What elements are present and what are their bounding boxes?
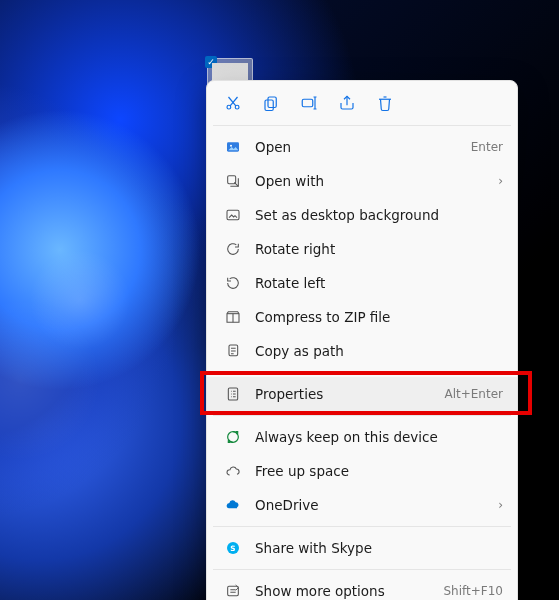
rotate-right-icon [221, 241, 245, 257]
menu-item-accel: Shift+F10 [443, 584, 503, 598]
chevron-right-icon: › [498, 498, 503, 512]
svg-rect-8 [227, 210, 239, 219]
separator [213, 415, 511, 416]
copy-icon[interactable] [261, 93, 281, 113]
menu-item-label: Open with [255, 173, 492, 189]
copy-path-icon [221, 343, 245, 359]
menu-item-label: Always keep on this device [255, 429, 503, 445]
menu-item-always-keep[interactable]: Always keep on this device [207, 420, 517, 454]
rotate-left-icon [221, 275, 245, 291]
menu-item-accel: Alt+Enter [444, 387, 503, 401]
menu-item-open[interactable]: Open Enter [207, 130, 517, 164]
menu-item-onedrive[interactable]: OneDrive › [207, 488, 517, 522]
properties-icon [221, 386, 245, 402]
skype-icon: S [221, 540, 245, 556]
menu-item-show-more[interactable]: Show more options Shift+F10 [207, 574, 517, 600]
svg-text:S: S [230, 544, 235, 553]
share-icon[interactable] [337, 93, 357, 113]
separator [213, 125, 511, 126]
image-icon [221, 139, 245, 155]
menu-item-accel: Enter [471, 140, 503, 154]
menu-item-label: Compress to ZIP file [255, 309, 503, 325]
menu-item-copy-path[interactable]: Copy as path [207, 334, 517, 368]
desktop[interactable]: ✓ [0, 0, 559, 600]
rename-icon[interactable] [299, 93, 319, 113]
onedrive-icon [221, 497, 245, 513]
quick-actions-row [207, 87, 517, 121]
separator [213, 372, 511, 373]
sync-icon [221, 429, 245, 445]
menu-item-label: Set as desktop background [255, 207, 503, 223]
chevron-right-icon: › [498, 174, 503, 188]
cut-icon[interactable] [223, 93, 243, 113]
svg-rect-2 [268, 97, 276, 108]
delete-icon[interactable] [375, 93, 395, 113]
menu-item-label: OneDrive [255, 497, 492, 513]
menu-item-label: Show more options [255, 583, 443, 599]
svg-rect-4 [302, 99, 313, 107]
menu-item-label: Share with Skype [255, 540, 503, 556]
menu-item-share-skype[interactable]: S Share with Skype [207, 531, 517, 565]
menu-item-label: Rotate right [255, 241, 503, 257]
svg-rect-14 [228, 586, 239, 595]
menu-item-rotate-left[interactable]: Rotate left [207, 266, 517, 300]
zip-icon [221, 309, 245, 325]
menu-item-set-wallpaper[interactable]: Set as desktop background [207, 198, 517, 232]
menu-item-free-up-space[interactable]: Free up space [207, 454, 517, 488]
menu-item-label: Rotate left [255, 275, 503, 291]
cloud-icon [221, 463, 245, 479]
svg-rect-3 [265, 100, 273, 111]
context-menu: Open Enter Open with › Set as desktop ba… [206, 80, 518, 600]
menu-item-properties[interactable]: Properties Alt+Enter [207, 377, 517, 411]
menu-item-open-with[interactable]: Open with › [207, 164, 517, 198]
wallpaper-icon [221, 207, 245, 223]
svg-point-6 [230, 145, 232, 147]
separator [213, 526, 511, 527]
menu-item-label: Open [255, 139, 471, 155]
separator [213, 569, 511, 570]
menu-item-rotate-right[interactable]: Rotate right [207, 232, 517, 266]
open-with-icon [221, 173, 245, 189]
menu-item-compress-zip[interactable]: Compress to ZIP file [207, 300, 517, 334]
menu-item-label: Free up space [255, 463, 503, 479]
menu-item-label: Copy as path [255, 343, 503, 359]
more-options-icon [221, 583, 245, 599]
menu-item-label: Properties [255, 386, 444, 402]
